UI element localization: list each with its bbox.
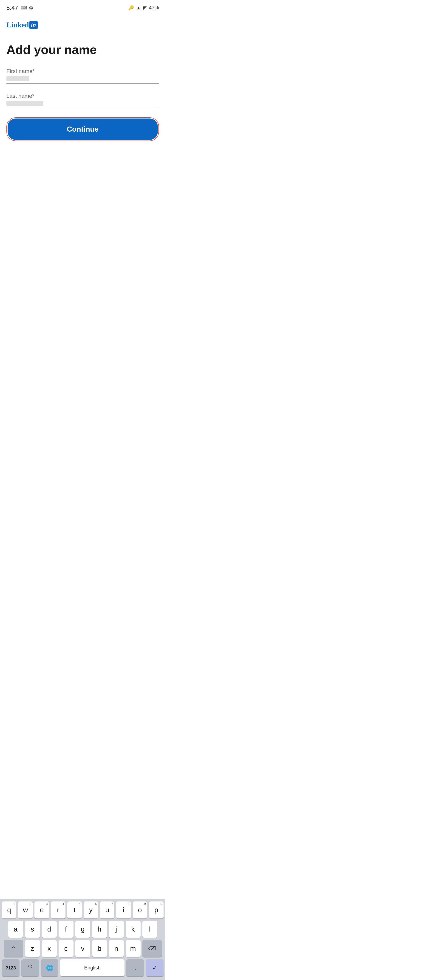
key-i[interactable]: 8i [116, 902, 131, 918]
main-content: Add your name First name* Last name* Con… [0, 34, 166, 155]
space-key[interactable]: English [60, 959, 124, 976]
last-name-input-wrapper[interactable] [6, 101, 159, 108]
key-j[interactable]: j [109, 921, 124, 938]
key-b[interactable]: b [92, 940, 107, 957]
key-y[interactable]: 6y [84, 902, 98, 918]
key-n[interactable]: n [109, 940, 124, 957]
logo-container: Linked in [0, 14, 166, 34]
emoji-key[interactable]: ☺, [21, 959, 39, 976]
period-key[interactable]: . [126, 959, 144, 976]
key-l[interactable]: l [142, 921, 157, 938]
first-name-label: First name* [6, 68, 159, 75]
page-title: Add your name [6, 43, 159, 57]
last-name-underline [6, 108, 159, 108]
signal-icon: ◤ [143, 5, 146, 11]
keyboard-row-3: ⇧ z x c v b n m ⌫ [2, 940, 164, 957]
linkedin-badge: in [29, 21, 38, 29]
first-name-blurred-value [6, 76, 29, 81]
last-name-label: Last name* [6, 93, 159, 99]
key-f[interactable]: f [59, 921, 73, 938]
key-c[interactable]: c [59, 940, 73, 957]
shift-key[interactable]: ⇧ [4, 940, 23, 957]
key-a[interactable]: a [8, 921, 23, 938]
key-m[interactable]: m [126, 940, 140, 957]
linkedin-logo: Linked in [6, 21, 159, 29]
key-o[interactable]: 9o [133, 902, 147, 918]
key-g[interactable]: g [75, 921, 90, 938]
last-name-blurred-value [6, 101, 43, 106]
battery-level: 47% [149, 5, 159, 11]
last-name-group: Last name* [6, 93, 159, 108]
camera-icon: ◎ [29, 5, 33, 11]
key-t[interactable]: 5t [67, 902, 82, 918]
keyboard-icon: ⌨ [21, 5, 27, 11]
continue-button-wrapper: Continue [6, 117, 159, 141]
key-q[interactable]: 1q [2, 902, 16, 918]
vpn-icon: 🔑 [128, 5, 134, 11]
key-z[interactable]: z [25, 940, 40, 957]
first-name-underline [6, 83, 159, 84]
key-e[interactable]: 3e [35, 902, 49, 918]
keyboard-row-2: a s d f g h j k l [2, 921, 164, 938]
status-time: 5:47 [6, 4, 18, 11]
key-d[interactable]: d [42, 921, 57, 938]
check-key[interactable]: ✓ [146, 959, 164, 976]
key-p[interactable]: 0p [149, 902, 164, 918]
spacer [0, 155, 166, 201]
delete-key[interactable]: ⌫ [142, 940, 162, 957]
key-h[interactable]: h [92, 921, 107, 938]
first-name-input-wrapper[interactable] [6, 76, 159, 84]
keyboard-row-4: ?123 ☺, 🌐 English . ✓ [2, 959, 164, 976]
status-bar: 5:47 ⌨ ◎ 🔑 ▲ ◤ 47% [0, 0, 166, 14]
continue-button[interactable]: Continue [8, 119, 158, 140]
symbols-key[interactable]: ?123 [2, 959, 19, 976]
key-u[interactable]: 7u [100, 902, 115, 918]
globe-key[interactable]: 🌐 [41, 959, 59, 976]
key-w[interactable]: 2w [18, 902, 33, 918]
key-r[interactable]: 4r [51, 902, 65, 918]
first-name-group: First name* [6, 68, 159, 84]
key-s[interactable]: s [25, 921, 40, 938]
key-v[interactable]: v [75, 940, 90, 957]
keyboard: 1q 2w 3e 4r 5t 6y 7u 8i 9o 0p a s d f g … [0, 899, 166, 980]
wifi-icon: ▲ [136, 5, 141, 11]
linkedin-text: Linked [6, 21, 29, 29]
keyboard-row-1: 1q 2w 3e 4r 5t 6y 7u 8i 9o 0p [2, 902, 164, 918]
key-k[interactable]: k [126, 921, 140, 938]
key-x[interactable]: x [42, 940, 57, 957]
